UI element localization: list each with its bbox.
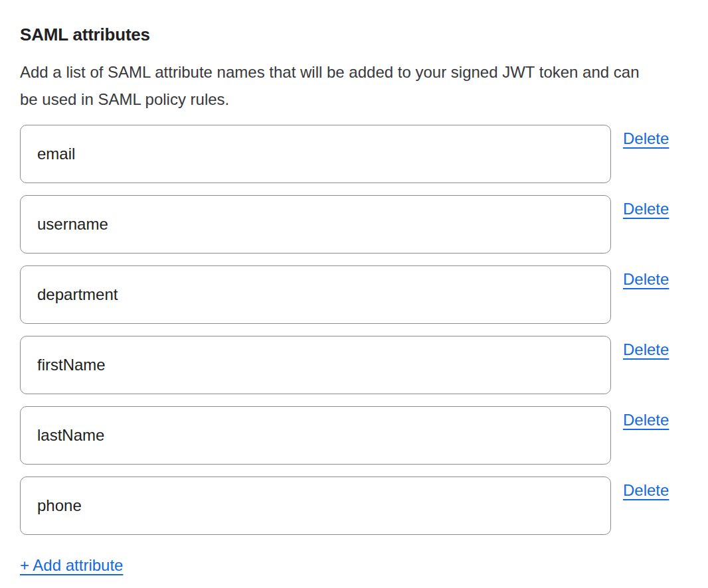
delete-attribute-link[interactable]: Delete (623, 481, 669, 500)
attribute-row: Delete (20, 265, 688, 324)
attribute-input[interactable] (20, 195, 611, 254)
saml-attributes-panel: SAML attributes Add a list of SAML attri… (0, 0, 708, 588)
attribute-row: Delete (20, 477, 688, 535)
delete-attribute-link[interactable]: Delete (623, 340, 669, 359)
attribute-input[interactable] (20, 406, 611, 465)
attribute-input[interactable] (20, 265, 611, 324)
attribute-row: Delete (20, 406, 688, 465)
delete-attribute-link[interactable]: Delete (623, 129, 669, 148)
attribute-row: Delete (20, 125, 688, 183)
page-description: Add a list of SAML attribute names that … (20, 58, 658, 113)
attribute-input[interactable] (20, 336, 611, 394)
attribute-list: Delete Delete Delete Delete Delete Delet… (20, 125, 688, 535)
add-attribute-link[interactable]: + Add attribute (20, 556, 123, 575)
attribute-input[interactable] (20, 477, 611, 535)
page-title: SAML attributes (20, 24, 688, 45)
delete-attribute-link[interactable]: Delete (623, 270, 669, 289)
attribute-row: Delete (20, 336, 688, 394)
delete-attribute-link[interactable]: Delete (623, 411, 669, 429)
attribute-row: Delete (20, 195, 688, 254)
attribute-input[interactable] (20, 125, 611, 183)
delete-attribute-link[interactable]: Delete (623, 200, 669, 218)
